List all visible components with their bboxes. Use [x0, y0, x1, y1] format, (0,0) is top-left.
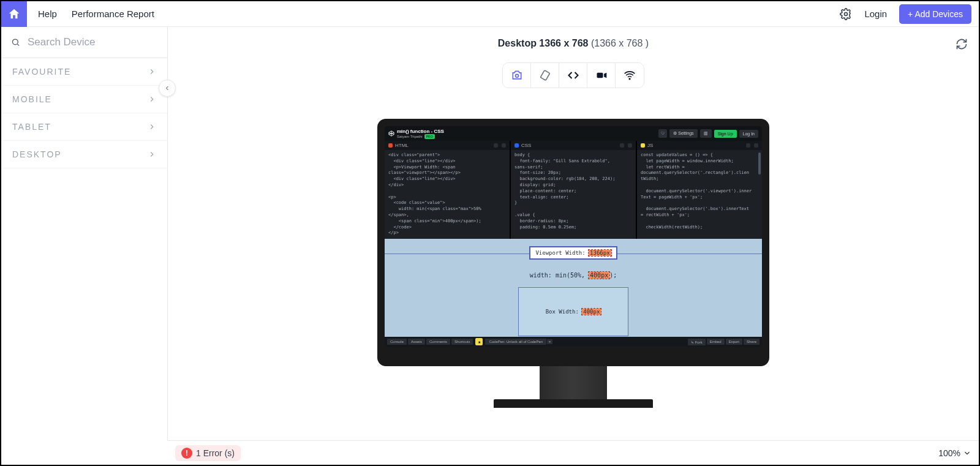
video-icon	[595, 69, 608, 81]
device-toolbar	[502, 62, 644, 88]
scrollbar-thumb[interactable]	[758, 152, 761, 175]
codepen-footer: Console Assets Comments Shortcuts ★ Code…	[385, 337, 762, 347]
device-name: Desktop 1366 x 768	[498, 38, 589, 48]
width-expression: width: min(50%, 400px);	[530, 272, 617, 279]
monitor-neck	[540, 366, 607, 399]
sidebar-item-label: MOBILE	[12, 94, 52, 104]
viewport-width-box: Viewport Width: 1366px	[529, 246, 617, 260]
sidebar-item-label: FAVOURITE	[12, 67, 71, 77]
js-pane-header: JS	[637, 141, 762, 150]
sidebar-item-mobile[interactable]: MOBILE	[1, 86, 167, 113]
export-tab[interactable]: Export	[726, 339, 742, 345]
search-input[interactable]	[28, 36, 157, 48]
viewport-label: Viewport Width:	[535, 250, 585, 256]
box-label: Box Width:	[546, 309, 579, 315]
svg-marker-6	[604, 73, 606, 78]
login-link[interactable]: Login	[864, 9, 887, 19]
js-editor[interactable]: JS const updateValues = () => { let page…	[637, 141, 762, 239]
gear-icon[interactable]	[840, 8, 852, 20]
fork-tab[interactable]: ↳ Fork	[688, 339, 706, 345]
css-code[interactable]: body { font-family: "Gill Sans Extrabold…	[511, 150, 636, 233]
js-code[interactable]: const updateValues = () => { let pageWid…	[637, 150, 762, 233]
svg-line-2	[17, 44, 19, 46]
pen-author: Satyam Tripathi	[397, 135, 423, 138]
error-text: 1 Error (s)	[196, 448, 235, 458]
add-devices-button[interactable]: + Add Devices	[899, 4, 971, 24]
monitor-base	[494, 399, 653, 408]
preview-pane[interactable]: Viewport Width: 1366px width: min(50%, 4…	[385, 239, 762, 337]
pro-icon[interactable]: ★	[475, 338, 483, 345]
box-value: 400px	[582, 309, 601, 315]
sidebar-item-label: TABLET	[12, 122, 51, 132]
codepen-header: min() function - CSS Satyam TripathiPRO …	[385, 126, 762, 141]
login-button[interactable]: Log In	[739, 130, 758, 138]
error-indicator[interactable]: ! 1 Error (s)	[175, 445, 241, 461]
chevron-right-icon	[148, 95, 156, 103]
comments-tab[interactable]: Comments	[426, 339, 450, 345]
record-button[interactable]	[587, 63, 616, 88]
page-body: FAVOURITE MOBILE TABLET DESKTOP Desktop …	[1, 27, 979, 440]
nav-links: Help Performance Report	[38, 9, 154, 19]
devtools-button[interactable]	[559, 63, 587, 88]
app-header: Help Performance Report Login + Add Devi…	[1, 1, 979, 27]
svg-rect-5	[597, 73, 603, 78]
sidebar-item-desktop[interactable]: DESKTOP	[1, 141, 167, 168]
share-tab[interactable]: Share	[744, 339, 760, 345]
refresh-button[interactable]	[956, 38, 968, 50]
html-code[interactable]: <div class="parent"> <div class="line"><…	[385, 150, 510, 239]
assets-tab[interactable]: Assets	[408, 339, 425, 345]
svg-point-0	[845, 12, 848, 15]
home-icon	[7, 7, 21, 21]
code-icon	[567, 69, 579, 81]
sidebar-item-tablet[interactable]: TABLET	[1, 113, 167, 141]
nav-performance-report[interactable]: Performance Report	[72, 9, 154, 19]
promo-message[interactable]: CodePen: Unlock all of CodePen×	[485, 339, 546, 345]
heart-button[interactable]: ♡	[658, 129, 667, 138]
device-preview: min() function - CSS Satyam TripathiPRO …	[377, 119, 769, 408]
close-promo-icon[interactable]: ×	[547, 339, 553, 344]
monitor-chin	[385, 347, 762, 359]
screenshot-button[interactable]	[503, 63, 531, 88]
error-icon: !	[181, 448, 192, 459]
pen-title: min() function - CSS	[397, 129, 444, 134]
box-preview: Box Width: 400px	[518, 287, 628, 336]
nav-help[interactable]: Help	[38, 9, 57, 19]
viewport-value: 1366px	[589, 250, 611, 256]
zoom-value: 100%	[938, 448, 960, 458]
css-editor[interactable]: CSS body { font-family: "Gill Sans Extra…	[511, 141, 636, 239]
chevron-right-icon	[148, 122, 156, 131]
settings-button[interactable]: ⚙ Settings	[669, 129, 697, 138]
sidebar-item-favourite[interactable]: FAVOURITE	[1, 58, 167, 86]
codepen-title: min() function - CSS Satyam TripathiPRO	[397, 129, 656, 138]
search-icon	[11, 36, 20, 49]
device-title: Desktop 1366 x 768 (1366 x 768 )	[498, 38, 649, 49]
device-screen[interactable]: min() function - CSS Satyam TripathiPRO …	[385, 126, 762, 347]
rotate-button[interactable]	[531, 63, 559, 88]
sidebar-item-label: DESKTOP	[12, 149, 62, 159]
svg-point-3	[515, 74, 518, 77]
search-row	[1, 27, 167, 58]
camera-icon	[511, 69, 523, 81]
header-right: Login + Add Devices	[840, 4, 979, 24]
shortcuts-tab[interactable]: Shortcuts	[451, 339, 473, 345]
css-pane-header: CSS	[511, 141, 636, 150]
sidebar: FAVOURITE MOBILE TABLET DESKTOP	[1, 27, 168, 440]
svg-point-1	[13, 39, 18, 45]
html-pane-header: HTML	[385, 141, 510, 150]
svg-rect-4	[540, 70, 549, 81]
view-button[interactable]: ▥	[700, 129, 712, 138]
rotate-icon	[539, 69, 551, 81]
chevron-down-icon	[963, 449, 971, 457]
editor-row: HTML <div class="parent"> <div class="li…	[385, 141, 762, 239]
embed-tab[interactable]: Embed	[707, 339, 725, 345]
main-area: Desktop 1366 x 768 (1366 x 768 )	[168, 27, 979, 440]
signup-button[interactable]: Sign Up	[714, 130, 737, 138]
zoom-control[interactable]: 100%	[938, 448, 971, 458]
wifi-icon	[624, 69, 636, 81]
chevron-right-icon	[148, 150, 156, 159]
home-button[interactable]	[1, 1, 27, 27]
html-editor[interactable]: HTML <div class="parent"> <div class="li…	[385, 141, 510, 239]
network-button[interactable]	[616, 63, 644, 88]
pro-badge: PRO	[424, 134, 435, 139]
console-tab[interactable]: Console	[387, 339, 407, 345]
